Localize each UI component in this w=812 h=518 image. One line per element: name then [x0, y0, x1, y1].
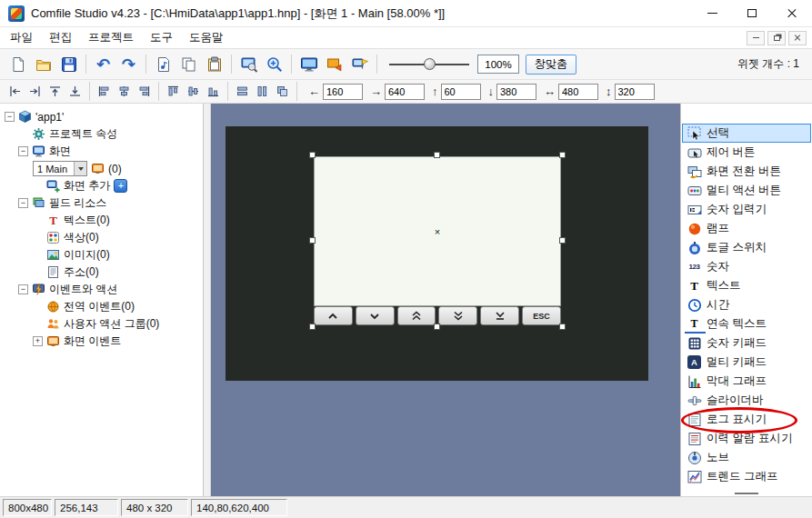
palette-item-trend-graph[interactable]: 트렌드 그래프 — [682, 467, 811, 486]
tree-item-user-action-groups[interactable]: 사용자 액션 그룹(0) — [0, 315, 203, 333]
align-center-h-button[interactable] — [115, 82, 134, 101]
same-size-button[interactable] — [273, 82, 292, 101]
tree-item-screens[interactable]: − 화면 — [0, 143, 203, 160]
selection-handle-e[interactable] — [559, 237, 566, 244]
align-left-button[interactable] — [95, 82, 114, 101]
tree-item-address-resource[interactable]: 주소(0) — [0, 264, 203, 281]
tree-item-field-resources[interactable]: − 필드 리소스 — [0, 194, 203, 212]
align-right-button[interactable] — [135, 82, 154, 101]
menu-file[interactable]: 파일 — [2, 27, 41, 48]
palette-divider[interactable] — [735, 493, 758, 494]
zoom-input[interactable] — [477, 55, 519, 74]
palette-item-select[interactable]: 선택 — [682, 124, 811, 143]
add-screen-button[interactable]: + — [114, 179, 127, 193]
selection-handle-se[interactable] — [559, 324, 566, 330]
tree-item-events-actions[interactable]: − 이벤트와 액션 — [0, 281, 203, 298]
tree-item-color-resource[interactable]: 색상(0) — [0, 229, 203, 246]
maximize-button[interactable] — [732, 0, 772, 26]
palette-item-toggle-switch[interactable]: 토글 스위치 — [682, 238, 811, 257]
collapse-icon[interactable]: − — [18, 198, 28, 208]
palette-item-history-alarm-display[interactable]: 이력 알람 표시기 — [682, 429, 811, 448]
tree-splitter[interactable] — [204, 104, 211, 496]
design-canvas[interactable]: × ESC — [211, 104, 680, 496]
mdi-restore-button[interactable] — [767, 31, 786, 45]
paste-screen-button[interactable] — [202, 52, 226, 76]
palette-item-log-display[interactable]: 로그 표시기 — [682, 410, 811, 429]
undo-button[interactable]: ↶ — [91, 52, 115, 76]
tree-item-add-screen[interactable]: 화면 추가 + — [0, 177, 203, 194]
save-button[interactable] — [56, 52, 81, 76]
palette-item-number-input[interactable]: 숫자 입력기 — [682, 200, 811, 219]
minimize-button[interactable] — [692, 0, 732, 26]
nudge-left-button[interactable] — [5, 82, 25, 101]
palette-item-slider-bar[interactable]: 슬라이더바 — [682, 391, 811, 410]
hmi-screen[interactable]: × ESC — [226, 126, 648, 381]
selection-handle-sw[interactable] — [309, 324, 316, 330]
capture-button[interactable] — [322, 52, 346, 76]
palette-item-multi-keypad[interactable]: A 멀티 키패드 — [682, 353, 811, 372]
tree-item-image-resource[interactable]: 이미지(0) — [0, 246, 203, 264]
palette-item-time[interactable]: 시간 — [682, 295, 811, 314]
selection-handle-ne[interactable] — [559, 152, 566, 158]
palette-item-bar-graph[interactable]: 막대 그래프 — [682, 372, 811, 391]
selection-handle-nw[interactable] — [309, 152, 316, 158]
same-height-button[interactable] — [253, 82, 272, 101]
palette-item-lamp[interactable]: 램프 — [682, 219, 811, 238]
pos-right-input[interactable] — [385, 84, 425, 100]
zoom-slider[interactable] — [389, 55, 469, 74]
new-file-button[interactable] — [5, 52, 30, 76]
palette-item-control-button[interactable]: 제어 버튼 — [682, 143, 811, 162]
download-button[interactable] — [347, 52, 372, 76]
mdi-minimize-button[interactable] — [747, 31, 765, 45]
collapse-icon[interactable]: − — [18, 284, 28, 294]
align-top-button[interactable] — [164, 82, 183, 101]
palette-item-knob[interactable]: 노브 — [682, 448, 811, 467]
selected-keypad-widget[interactable]: × ESC — [314, 156, 561, 325]
new-screen-button[interactable] — [151, 52, 175, 76]
tree-item-global-events[interactable]: 전역 이벤트(0) — [0, 298, 203, 315]
expand-icon[interactable]: + — [33, 336, 43, 346]
tree-item-app1[interactable]: − 'app1' — [0, 108, 203, 125]
screen-select-combo[interactable]: 1 Main — [33, 161, 87, 176]
same-width-button[interactable] — [233, 82, 252, 101]
selection-handle-w[interactable] — [309, 237, 316, 244]
pos-bottom-input[interactable] — [496, 84, 536, 100]
nudge-up-button[interactable] — [45, 82, 65, 101]
palette-item-number[interactable]: 123 숫자 — [682, 257, 811, 276]
close-button[interactable] — [772, 0, 812, 26]
tree-item-screen-main[interactable]: 1 Main (0) — [0, 160, 203, 177]
selection-handle-s[interactable] — [434, 324, 440, 330]
collapse-icon[interactable]: − — [5, 112, 15, 122]
tree-item-screen-events[interactable]: + 화면 이벤트 — [0, 333, 203, 350]
palette-item-multi-action-button[interactable]: 멀티 액션 버튼 — [682, 181, 811, 200]
width-input[interactable] — [558, 84, 598, 100]
preview-button[interactable] — [236, 52, 261, 76]
pos-top-input[interactable] — [441, 84, 481, 100]
palette-item-scroll-text[interactable]: T 연속 텍스트 — [682, 314, 811, 334]
align-middle-button[interactable] — [184, 82, 203, 101]
copy-screen-button[interactable] — [176, 52, 201, 76]
height-input[interactable] — [615, 84, 655, 100]
palette-item-screen-switch-button[interactable]: 화면 전환 버튼 — [682, 162, 811, 181]
zoom-button[interactable] — [262, 52, 286, 76]
tree-item-text-resource[interactable]: T 텍스트(0) — [0, 212, 203, 229]
menu-help[interactable]: 도움말 — [181, 27, 232, 48]
mdi-close-button[interactable] — [788, 31, 807, 45]
menu-edit[interactable]: 편집 — [41, 27, 80, 48]
nudge-right-button[interactable] — [25, 82, 45, 101]
collapse-icon[interactable]: − — [18, 146, 28, 156]
align-bottom-button[interactable] — [204, 82, 223, 101]
tree-item-project-properties[interactable]: 프로젝트 속성 — [0, 125, 203, 143]
open-project-button[interactable] — [31, 52, 55, 76]
redo-button[interactable]: ↷ — [116, 52, 141, 76]
zoom-slider-knob[interactable] — [424, 58, 436, 70]
palette-item-number-keypad[interactable]: 숫자 키패드 — [682, 334, 811, 353]
menu-project[interactable]: 프로젝트 — [80, 27, 142, 48]
pos-left-input[interactable] — [323, 84, 363, 100]
palette-item-text[interactable]: T 텍스트 — [682, 276, 811, 295]
nudge-down-button[interactable] — [65, 82, 85, 101]
selection-handle-n[interactable] — [434, 152, 440, 158]
simulate-button[interactable] — [296, 52, 321, 76]
menu-tools[interactable]: 도구 — [142, 27, 181, 48]
fit-window-button[interactable]: 창맞춤 — [526, 55, 576, 75]
